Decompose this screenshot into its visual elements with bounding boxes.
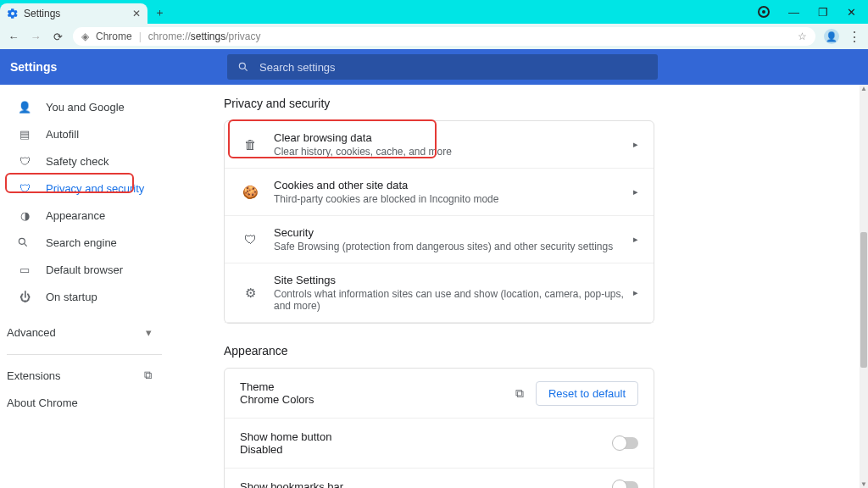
reset-theme-button[interactable]: Reset to default — [536, 381, 638, 406]
row-home-button: Show home button Disabled — [225, 419, 654, 469]
row-cookies[interactable]: 🍪 Cookies and other site data Third-part… — [225, 169, 654, 216]
svg-line-3 — [24, 243, 26, 246]
new-tab-button[interactable]: ＋ — [147, 2, 171, 24]
browser-tab[interactable]: Settings ✕ — [0, 3, 147, 24]
address-bar[interactable]: ◈ Chrome | chrome://settings/privacy ☆ — [73, 27, 815, 46]
reload-button[interactable]: ⟳ — [51, 30, 64, 43]
chevron-right-icon: ▸ — [633, 139, 638, 150]
trash-icon: 🗑 — [240, 137, 260, 152]
browser-toolbar: ← → ⟳ ◈ Chrome | chrome://settings/priva… — [0, 24, 868, 49]
row-site-settings[interactable]: ⚙ Site Settings Controls what informatio… — [225, 263, 654, 323]
sidebar-item-label: Autofill — [46, 128, 79, 141]
settings-main: Privacy and security 🗑 Clear browsing da… — [170, 85, 868, 488]
extensions-label: Extensions — [7, 369, 61, 382]
about-label: About Chrome — [7, 396, 78, 409]
page-origin-icon: ◈ — [81, 30, 89, 42]
appearance-card: Theme Chrome Colors ⧉ Reset to default S… — [224, 368, 654, 488]
url-path-tail: /privacy — [225, 30, 260, 42]
home-button-title: Show home button — [240, 430, 613, 443]
sidebar-item-you-and-google[interactable]: 👤 You and Google — [0, 93, 169, 120]
scrollbar-down-arrow[interactable]: ▼ — [860, 480, 868, 488]
sidebar-item-label: Default browser — [46, 263, 123, 276]
sidebar-item-search-engine[interactable]: Search engine — [0, 229, 169, 256]
maximize-button[interactable]: ❐ — [818, 6, 828, 19]
open-external-icon: ⧉ — [144, 369, 152, 382]
forward-button[interactable]: → — [29, 30, 42, 43]
settings-search[interactable] — [227, 54, 658, 80]
security-icon: 🛡 — [17, 182, 32, 195]
sidebar-item-label: Safety check — [46, 155, 108, 168]
row-desc: Clear history, cookies, cache, and more — [274, 146, 633, 158]
page-title: Settings — [10, 60, 227, 74]
sidebar-item-label: You and Google — [46, 101, 125, 114]
home-button-toggle[interactable] — [613, 437, 638, 449]
scrollbar-up-arrow[interactable]: ▲ — [860, 85, 868, 92]
minimize-button[interactable]: — — [788, 6, 799, 19]
scrollbar-thumb[interactable] — [860, 232, 867, 368]
url-host: settings — [191, 30, 225, 42]
cookie-icon: 🍪 — [240, 185, 260, 200]
sidebar-item-privacy-security[interactable]: 🛡 Privacy and security — [0, 175, 169, 202]
sidebar-item-default-browser[interactable]: ▭ Default browser — [0, 256, 169, 283]
row-title: Clear browsing data — [274, 131, 633, 144]
close-window-button[interactable]: ✕ — [847, 6, 856, 19]
tab-close-icon[interactable]: ✕ — [132, 8, 141, 19]
bookmarks-bar-title: Show bookmarks bar — [240, 480, 613, 488]
privacy-card: 🗑 Clear browsing data Clear history, coo… — [224, 120, 654, 324]
sidebar-advanced-toggle[interactable]: Advanced ▾ — [0, 317, 169, 347]
row-desc: Safe Browsing (protection from dangerous… — [274, 241, 633, 252]
sidebar-divider — [7, 354, 162, 355]
svg-point-0 — [239, 63, 245, 69]
search-icon — [17, 236, 32, 248]
sidebar-item-safety-check[interactable]: 🛡 Safety check — [0, 147, 169, 175]
tab-label: Settings — [24, 8, 60, 19]
chevron-right-icon: ▸ — [633, 287, 638, 298]
settings-header: Settings — [0, 49, 868, 85]
svg-line-1 — [244, 68, 247, 70]
shield-check-icon: 🛡 — [17, 155, 32, 168]
sidebar-item-appearance[interactable]: ◑ Appearance — [0, 202, 169, 229]
home-button-desc: Disabled — [240, 443, 613, 456]
row-title: Site Settings — [274, 274, 633, 286]
power-icon: ⏻ — [17, 291, 32, 303]
shield-icon: 🛡 — [240, 232, 260, 247]
bookmark-star-icon[interactable]: ☆ — [798, 30, 807, 42]
bookmarks-bar-toggle[interactable] — [613, 481, 638, 489]
appearance-icon: ◑ — [17, 209, 32, 222]
account-indicator-icon[interactable] — [758, 6, 770, 18]
vertical-scrollbar[interactable]: ▲ ▼ — [860, 85, 868, 488]
row-clear-browsing-data[interactable]: 🗑 Clear browsing data Clear history, coo… — [225, 121, 654, 169]
sidebar-item-label: Appearance — [46, 209, 105, 222]
chevron-right-icon: ▸ — [633, 186, 638, 197]
sidebar-item-label: On startup — [46, 291, 97, 303]
url-scheme: Chrome — [96, 30, 132, 42]
open-external-icon[interactable]: ⧉ — [515, 386, 524, 401]
sidebar-extensions-link[interactable]: Extensions ⧉ — [0, 362, 169, 389]
browser-icon: ▭ — [17, 263, 32, 276]
window-controls: — ❐ ✕ — [758, 0, 868, 24]
row-title: Security — [274, 226, 633, 239]
privacy-section-heading: Privacy and security — [224, 97, 851, 110]
settings-sidebar: 👤 You and Google ▤ Autofill 🛡 Safety che… — [0, 85, 170, 488]
sidebar-item-on-startup[interactable]: ⏻ On startup — [0, 283, 169, 310]
row-title: Cookies and other site data — [274, 179, 633, 191]
row-theme: Theme Chrome Colors ⧉ Reset to default — [225, 369, 654, 419]
gear-icon — [7, 8, 19, 19]
row-bookmarks-bar: Show bookmarks bar — [225, 469, 654, 488]
sidebar-item-label: Privacy and security — [46, 182, 144, 195]
window-titlebar: Settings ✕ ＋ — ❐ ✕ — [0, 0, 868, 24]
url-dim-prefix: chrome:// — [148, 30, 191, 42]
person-icon: 👤 — [17, 101, 32, 114]
tune-icon: ⚙ — [240, 286, 260, 301]
sidebar-about-chrome-link[interactable]: About Chrome — [0, 389, 169, 416]
settings-search-input[interactable] — [259, 61, 648, 74]
row-security[interactable]: 🛡 Security Safe Browsing (protection fro… — [225, 216, 654, 263]
back-button[interactable]: ← — [7, 30, 20, 43]
svg-point-2 — [19, 238, 25, 244]
appearance-section-heading: Appearance — [224, 344, 851, 358]
profile-avatar[interactable]: 👤 — [824, 29, 839, 44]
sidebar-item-autofill[interactable]: ▤ Autofill — [0, 120, 169, 147]
sidebar-item-label: Search engine — [46, 236, 117, 249]
autofill-icon: ▤ — [17, 128, 32, 141]
browser-menu-button[interactable]: ⋮ — [848, 29, 861, 45]
